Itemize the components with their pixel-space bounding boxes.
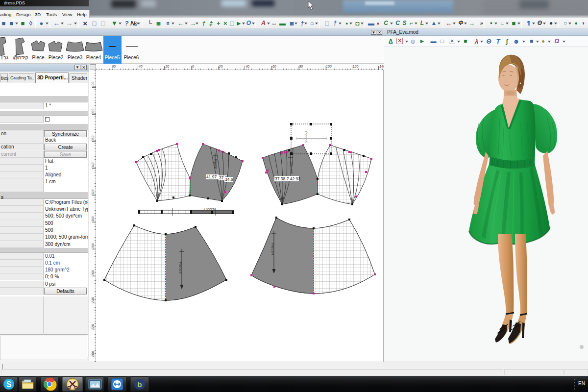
svg-text:b: b xyxy=(137,380,142,389)
svg-text:41.97: 41.97 xyxy=(206,174,217,179)
svg-text:Piece: Piece xyxy=(213,159,218,170)
svg-text:S: S xyxy=(6,380,12,389)
svg-text:Piece5: Piece5 xyxy=(304,131,308,143)
svg-text:Piece6: Piece6 xyxy=(204,207,215,211)
svg-text:Piece4: Piece4 xyxy=(270,243,275,255)
svg-text:Piece2: Piece2 xyxy=(289,162,294,174)
svg-text:37.38.7 42.93: 37.38.7 42.93 xyxy=(275,176,300,181)
svg-text:34.6: 34.6 xyxy=(225,177,233,182)
svg-text:Piece3: Piece3 xyxy=(178,262,183,274)
